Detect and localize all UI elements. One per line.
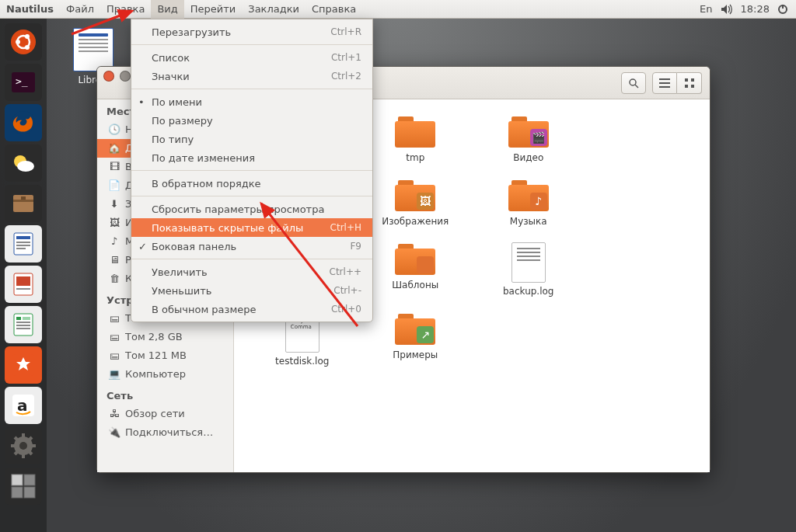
file-item[interactable]: tmp (363, 115, 469, 163)
menu-item[interactable]: В обратном порядке (131, 174, 372, 193)
desktop-icon: 🖥 (108, 253, 120, 267)
launcher-calc[interactable] (5, 306, 42, 343)
search-icon (628, 78, 639, 89)
file-item[interactable]: 🎬Видео (476, 115, 581, 163)
trash-icon: 🗑 (108, 272, 120, 286)
launcher-settings[interactable] (5, 427, 42, 464)
grid-view-button[interactable] (677, 72, 702, 94)
doc-icon: 📄 (108, 179, 120, 193)
menu-item[interactable]: СписокCtrl+1 (131, 48, 372, 67)
menu-item-label: По типу (152, 134, 194, 145)
sidebar-item[interactable]: 💻Компьютер (97, 365, 233, 384)
file-item[interactable]: backup.log (476, 242, 581, 297)
music-icon: ♪ (108, 235, 120, 249)
launcher-dash[interactable] (5, 23, 42, 61)
grid-icon (684, 78, 695, 89)
file-item[interactable]: ↗Примеры (363, 312, 469, 367)
menu-item-label: Сбросить параметры просмотра (152, 203, 324, 215)
menu-bookmarks[interactable]: Закладки (242, 0, 305, 19)
svg-rect-27 (16, 328, 30, 329)
svg-rect-46 (685, 78, 688, 82)
menu-item-label: Показывать скрытые файлы (152, 222, 303, 234)
file-name: Шаблоны (392, 280, 438, 290)
menu-go[interactable]: Перейти (184, 0, 243, 19)
menu-help[interactable]: Справка (305, 0, 362, 19)
menu-item[interactable]: По дате изменения (131, 148, 372, 167)
menu-item[interactable]: •По имени (131, 92, 372, 111)
keyboard-indicator[interactable]: En (700, 3, 712, 15)
disk-icon: 🖴 (108, 311, 120, 325)
launcher-writer[interactable] (5, 225, 42, 263)
file-item[interactable]: ♪Музыка (476, 179, 581, 227)
launcher-software-center[interactable] (5, 346, 42, 384)
view-menu-dropdown: ПерезагрузитьCtrl+RСписокCtrl+1ЗначкиCtr… (131, 19, 373, 322)
menu-item[interactable]: В обычном размереCtrl+0 (131, 300, 372, 318)
svg-rect-44 (24, 487, 35, 498)
window-minimize-button[interactable] (120, 71, 131, 82)
file-item[interactable]: Шаблоны (363, 242, 469, 297)
svg-rect-20 (16, 276, 30, 286)
launcher-files[interactable] (5, 185, 42, 222)
sidebar-item[interactable]: 🖴Том 2,8 GB (97, 328, 233, 346)
app-name: Nautilus (0, 3, 60, 15)
svg-rect-42 (24, 475, 35, 485)
menu-item[interactable]: Показывать скрытые файлыCtrl+H (131, 218, 372, 237)
download-icon: ⬇ (108, 197, 120, 211)
svg-rect-12 (13, 200, 33, 202)
launcher: >_a (0, 19, 47, 532)
svg-rect-47 (691, 78, 694, 82)
svg-line-38 (29, 451, 32, 454)
top-panel: Nautilus Файл Правка Вид Перейти Закладк… (0, 0, 796, 19)
menu-item[interactable]: ПерезагрузитьCtrl+R (131, 23, 372, 41)
file-name: backup.log (503, 286, 553, 297)
launcher-workspace[interactable] (5, 468, 42, 505)
svg-rect-49 (691, 85, 694, 88)
svg-point-32 (19, 442, 27, 450)
menu-item-label: Уменьшить (152, 285, 211, 297)
search-button[interactable] (621, 72, 646, 94)
launcher-terminal[interactable]: >_ (5, 64, 42, 101)
clock-indicator[interactable]: 18:28 (741, 3, 770, 15)
svg-rect-18 (16, 248, 26, 249)
launcher-weather[interactable] (5, 144, 42, 182)
svg-rect-13 (21, 196, 26, 200)
list-view-button[interactable] (652, 72, 677, 94)
menu-edit[interactable]: Правка (100, 0, 151, 19)
menu-item-label: Боковая панель (152, 241, 236, 252)
menu-item[interactable]: ЗначкиCtrl+2 (131, 67, 372, 85)
sidebar-item[interactable]: 🖴Том 121 MB (97, 346, 233, 365)
launcher-amazon[interactable]: a (5, 387, 42, 424)
menu-item[interactable]: УменьшитьCtrl+- (131, 281, 372, 300)
menu-item[interactable]: Сбросить параметры просмотра (131, 200, 372, 218)
menu-item-label: Перезагрузить (152, 26, 231, 38)
file-name: Примеры (393, 349, 438, 360)
sound-indicator[interactable] (721, 4, 733, 15)
menu-view[interactable]: Вид (151, 0, 183, 19)
svg-rect-15 (16, 236, 30, 239)
file-item[interactable]: 🖼Изображения (363, 179, 469, 227)
menu-item[interactable]: ✓Боковая панельF9 (131, 237, 372, 256)
window-close-button[interactable] (103, 71, 114, 82)
svg-rect-43 (12, 487, 23, 498)
menu-file[interactable]: Файл (60, 0, 100, 19)
menu-item[interactable]: По размеру (131, 111, 372, 130)
sidebar-item[interactable]: 🖧Обзор сети (97, 405, 233, 423)
menu-item-label: В обычном размере (152, 304, 257, 315)
svg-rect-25 (16, 322, 30, 323)
file-name: Музыка (510, 216, 547, 227)
menu-item[interactable]: По типу (131, 130, 372, 148)
sidebar-item[interactable]: 🔌Подключиться… (97, 423, 233, 442)
clock-icon: 🕓 (108, 123, 120, 137)
svg-text:>_: >_ (16, 75, 28, 87)
menu-item-label: В обратном порядке (152, 178, 261, 190)
menu-item-label: По имени (152, 96, 202, 108)
svg-rect-41 (12, 475, 23, 485)
svg-rect-48 (685, 85, 688, 88)
session-indicator[interactable] (777, 4, 788, 15)
list-icon (659, 78, 670, 88)
menu-item[interactable]: УвеличитьCtrl++ (131, 263, 372, 281)
image-icon: 🖼 (108, 216, 120, 230)
svg-rect-17 (16, 245, 30, 246)
launcher-firefox[interactable] (5, 104, 42, 141)
launcher-impress[interactable] (5, 266, 42, 303)
